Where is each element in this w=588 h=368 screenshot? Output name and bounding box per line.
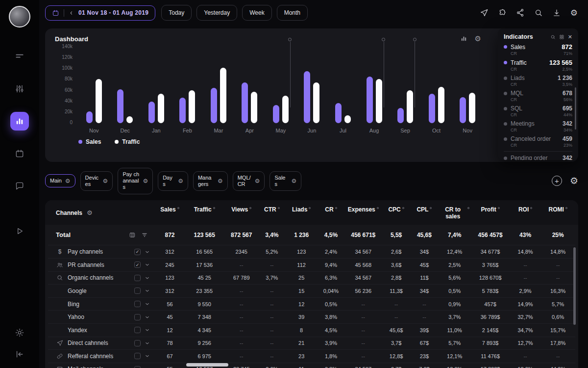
- share-nodes-button[interactable]: [515, 8, 525, 18]
- sales-bar[interactable]: [242, 82, 248, 123]
- chart-annotation-line[interactable]: [384, 42, 384, 107]
- traffic-bar[interactable]: [126, 116, 133, 123]
- chevron-down-icon[interactable]: [145, 327, 150, 333]
- filter-chip-devices[interactable]: Devices⚙: [80, 171, 113, 191]
- info-icon[interactable]: [467, 207, 469, 209]
- chart-annotation-line[interactable]: [415, 42, 415, 107]
- table-row-pr-cahannels[interactable]: PR cahannels✓24517 536----1129,4%45 5683…: [48, 259, 575, 272]
- sales-bar[interactable]: [117, 89, 123, 123]
- col-header-profit[interactable]: Profit: [470, 200, 510, 225]
- info-icon[interactable]: [498, 207, 500, 209]
- legend-item-traffic[interactable]: Traffic: [115, 138, 140, 145]
- sales-bar[interactable]: [397, 108, 404, 123]
- gear-button[interactable]: ⚙: [570, 8, 578, 18]
- filter-chip-pay-channaals[interactable]: Pay channaals⚙: [118, 168, 153, 194]
- sidebar-item-sliders[interactable]: [10, 79, 29, 98]
- sales-bar[interactable]: [211, 88, 217, 123]
- info-icon[interactable]: [249, 207, 251, 209]
- table-row-pay-channels[interactable]: $Pay channels✓31216 56523455,2%1232,4%34…: [48, 245, 575, 259]
- chevron-down-icon[interactable]: [145, 275, 150, 281]
- chevron-down-icon[interactable]: [145, 249, 150, 255]
- table-row-google[interactable]: Google31223 355----150,04%56 23611,3$34$…: [48, 285, 575, 298]
- search-button[interactable]: [534, 8, 543, 18]
- legend-item-sales[interactable]: Sales: [78, 138, 101, 145]
- avatar[interactable]: [9, 6, 30, 27]
- table-row-yahoo[interactable]: Yahoo457 348----393,8%------3,7%36 789$3…: [48, 311, 575, 324]
- row-checkbox[interactable]: [134, 314, 141, 320]
- traffic-bar[interactable]: [438, 87, 444, 123]
- table-horizontal-scrollbar[interactable]: [186, 363, 228, 367]
- sidebar-item-chat[interactable]: [10, 177, 29, 195]
- date-range-picker[interactable]: 01 Nov 18 - 01 Aug 2019: [45, 5, 155, 21]
- filter-chip-main[interactable]: Main⚙: [45, 174, 75, 187]
- info-icon[interactable]: [278, 207, 280, 209]
- col-header-views[interactable]: Views: [224, 200, 259, 225]
- indicator-traffic[interactable]: Traffic123 565CR2,5%: [504, 59, 572, 72]
- info-icon[interactable]: [565, 207, 567, 209]
- col-header-sales[interactable]: Sales: [155, 200, 185, 225]
- col-header-cr[interactable]: CR: [318, 200, 344, 225]
- col-header-ctr[interactable]: CTR: [259, 200, 285, 225]
- sales-bar[interactable]: [429, 94, 435, 123]
- sales-bar[interactable]: [148, 102, 155, 123]
- gear-icon[interactable]: ⚙: [570, 176, 578, 185]
- sales-bar[interactable]: [273, 105, 279, 123]
- traffic-bar[interactable]: [344, 115, 351, 123]
- info-icon[interactable]: [177, 207, 179, 209]
- gear-icon[interactable]: ⚙: [475, 35, 481, 42]
- filter-chip-mql-cr[interactable]: MQL/CR⚙: [233, 171, 265, 191]
- chart-annotation-dot[interactable]: [413, 38, 416, 41]
- range-today-button[interactable]: Today: [161, 5, 192, 21]
- chevron-down-icon[interactable]: [145, 301, 150, 307]
- chart-type-icon[interactable]: [460, 35, 467, 42]
- sidebar-item-brightness[interactable]: [15, 328, 24, 338]
- chevron-down-icon[interactable]: [145, 353, 150, 359]
- send-button[interactable]: [479, 8, 489, 18]
- col-header-traffic[interactable]: Traffic: [185, 200, 224, 225]
- sidebar-item-play[interactable]: [10, 222, 29, 240]
- info-icon[interactable]: [213, 207, 215, 209]
- indicator-canceled-order[interactable]: Canceled order459CR23%: [504, 135, 572, 148]
- filter-chip-sales[interactable]: Sales⚙: [270, 171, 301, 191]
- chart-annotation-line[interactable]: [290, 42, 291, 107]
- row-checkbox[interactable]: ✓: [134, 262, 141, 268]
- range-week-button[interactable]: Week: [242, 5, 271, 21]
- sidebar-item-collapse[interactable]: [15, 349, 24, 359]
- grid-icon[interactable]: [559, 34, 564, 40]
- col-header-cr-to-sales[interactable]: CR to sales: [439, 200, 470, 225]
- traffic-bar[interactable]: [220, 68, 226, 123]
- sales-bar[interactable]: [179, 98, 186, 123]
- close-icon[interactable]: ✕: [568, 34, 572, 40]
- row-checkbox[interactable]: [134, 366, 141, 368]
- sidebar-item-calendar[interactable]: [10, 144, 29, 163]
- indicator-mql[interactable]: MQL678CR56%: [504, 90, 572, 102]
- info-icon[interactable]: [377, 207, 379, 209]
- add-filter-button[interactable]: +: [552, 176, 562, 186]
- row-checkbox[interactable]: [134, 340, 141, 346]
- filter-chip-managers[interactable]: Managers⚙: [193, 171, 228, 191]
- filter-chip-days[interactable]: Days⚙: [158, 171, 188, 191]
- traffic-bar[interactable]: [313, 82, 319, 123]
- row-checkbox[interactable]: [134, 288, 141, 294]
- table-row-bing[interactable]: Bing569 550----120,5%------0,9%457$14,9%…: [48, 298, 575, 311]
- table-row-yandex[interactable]: Yandex124 345----84,5%--45,6$39$11,0%2 1…: [48, 324, 575, 337]
- indicator-sales[interactable]: Sales872CR71%: [504, 43, 572, 56]
- info-icon[interactable]: [402, 207, 404, 209]
- col-header-channels[interactable]: Channels⚙: [48, 200, 155, 225]
- row-checkbox[interactable]: [134, 275, 141, 281]
- col-header-liads[interactable]: Liads: [285, 200, 318, 225]
- chevron-down-icon[interactable]: [145, 341, 150, 346]
- col-header-cpl[interactable]: CPL: [410, 200, 439, 225]
- col-header-cpc[interactable]: CPC: [382, 200, 410, 225]
- info-icon[interactable]: [430, 207, 432, 209]
- traffic-bar[interactable]: [158, 94, 164, 123]
- row-checkbox[interactable]: [134, 353, 141, 359]
- chevron-down-icon[interactable]: [145, 315, 150, 320]
- sidebar-item-bar-chart[interactable]: [10, 112, 29, 131]
- table-row-organic-channels[interactable]: Organic channels12345 2567 7893,7%256,3%…: [48, 272, 575, 285]
- gear-icon[interactable]: ⚙: [87, 210, 93, 216]
- puzzle-button[interactable]: [497, 8, 507, 18]
- row-checkbox[interactable]: ✓: [134, 249, 141, 255]
- download-button[interactable]: [552, 8, 562, 18]
- chevron-left-icon[interactable]: [69, 10, 74, 16]
